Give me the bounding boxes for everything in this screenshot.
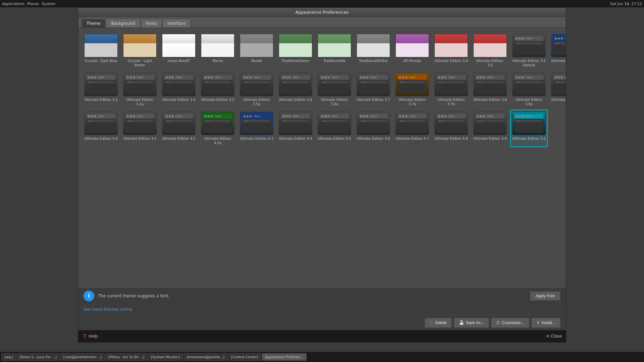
theme-item-ue46[interactable]: Open Ultimate Edition 4.6 — [355, 110, 392, 147]
theme-label-ue41: Ultimate Edition 4.1 — [123, 136, 157, 141]
taskbar-item-0[interactable]: [wip] — [1, 353, 16, 361]
delete-icon: ✕ — [430, 320, 433, 325]
theme-preview-ue49: Open — [473, 112, 507, 135]
theme-item-ue48[interactable]: Open Ultimate Edition 4.8 — [432, 110, 470, 147]
customize-icon: ⚙ — [496, 320, 500, 325]
theme-preview-ue50: Open — [512, 112, 546, 135]
theme-item-malys[interactable]: malys-RevolT — [160, 32, 198, 69]
taskbar: [wip][Robin S - Love For ...][root@JackH… — [0, 352, 644, 362]
theme-preview-trad-ok — [318, 34, 351, 57]
theme-label-ue45: Ultimate Edition 4.5 — [318, 136, 351, 141]
theme-preview-ue36a: Open — [318, 73, 351, 96]
theme-item-ue35[interactable]: Open Ultimate Edition 3.5 — [199, 71, 236, 108]
theme-item-icrystal-light[interactable]: iCrystal - Light Brown — [121, 32, 159, 69]
theme-preview-malys — [162, 34, 196, 57]
theme-label-ue38a: Ultimate Edition 3.8a — [512, 98, 546, 106]
theme-item-menta[interactable]: Menta — [199, 32, 236, 69]
theme-item-ue42a[interactable]: Open Ultimate Edition 4.2a — [199, 110, 236, 147]
theme-item-revolt[interactable]: Revolt — [238, 32, 275, 69]
close-button[interactable]: ✕ Close — [546, 334, 562, 339]
help-bar: ❓ Help ✕ Close — [78, 330, 566, 342]
tab-theme[interactable]: Theme — [82, 19, 105, 27]
help-icon: ❓ — [82, 334, 87, 339]
tab-background[interactable]: Background — [106, 19, 140, 27]
tab-interface[interactable]: Interface — [162, 19, 191, 27]
theme-item-ue39[interactable]: Open Ultimate Edition 3.9 — [549, 71, 566, 108]
appearance-preferences-window: Appearance Preferences Theme Background … — [78, 7, 566, 343]
taskbar-item-3[interactable]: [Pithos - Ich Tu Dir ...] — [105, 353, 147, 361]
system-bar-left: Applications Places System — [2, 2, 55, 6]
theme-label-icrystal-light: iCrystal - Light Brown — [123, 59, 157, 67]
info-icon: i — [84, 291, 94, 301]
places-menu[interactable]: Places — [27, 2, 39, 6]
save-as-button[interactable]: 💾 Save As... — [454, 318, 489, 328]
theme-preview-ue31: Open — [551, 34, 566, 57]
theme-item-ue41[interactable]: Open Ultimate Edition 4.1 — [121, 110, 159, 147]
theme-item-ue30[interactable]: Ultimate Edition 3.0 — [432, 32, 470, 69]
theme-label-ue37a: Ultimate Edition 3.7a — [395, 98, 429, 106]
delete-button[interactable]: ✕ Delete — [425, 318, 452, 328]
theme-label-ue30: Ultimate Edition 3.0 — [434, 59, 468, 63]
theme-preview-ue38: Open — [473, 73, 507, 96]
install-button[interactable]: ⬇ Install... — [531, 318, 560, 328]
theme-item-ue47[interactable]: Open Ultimate Edition 4.7 — [393, 110, 431, 147]
get-themes-link[interactable]: Get more themes online — [84, 307, 132, 312]
theme-item-ue37a[interactable]: Open Ultimate Edition 3.7a — [393, 71, 431, 108]
save-icon: 💾 — [459, 320, 464, 325]
clock: Sat Jun 18, 17:12 — [610, 2, 642, 6]
theme-label-icrystal-dark: iCrystal - Dark Blue — [85, 59, 117, 63]
taskbar-item-1[interactable]: [Robin S - Love For ...] — [16, 353, 59, 361]
taskbar-item-2[interactable]: [root@JackHammer:...] — [60, 353, 105, 361]
theme-item-ue38a[interactable]: Open Ultimate Edition 3.8a — [510, 71, 548, 108]
theme-preview-icrystal-dark — [84, 34, 118, 57]
theme-item-ue38[interactable]: Open Ultimate Edition 3.8 — [471, 71, 509, 108]
theme-item-icrystal-dark[interactable]: iCrystal - Dark Blue — [82, 32, 120, 69]
taskbar-item-7[interactable]: Appearance Preferen... — [262, 353, 307, 361]
theme-label-ue30-default: Ultimate Edition 3.0 Default — [512, 59, 546, 67]
theme-preview-ue34: Open — [162, 73, 196, 96]
theme-item-ue32[interactable]: Open Ultimate Edition 3.2 — [82, 71, 120, 108]
applications-menu[interactable]: Applications — [2, 2, 24, 6]
theme-item-ue36[interactable]: Open Ultimate Edition 3.6 — [277, 71, 314, 108]
taskbar-item-6[interactable]: [Control Center] — [228, 353, 261, 361]
themes-scroll-area[interactable]: iCrystal - Dark BlueiCrystal - Light Bro… — [78, 28, 566, 287]
theme-preview-ue32a: Open — [123, 73, 157, 96]
theme-item-ue32a[interactable]: Open Ultimate Edition 3.2a — [121, 71, 159, 108]
theme-item-ue30-default[interactable]: Open Ultimate Edition 3.0 Default — [510, 32, 548, 69]
theme-item-ue34[interactable]: Open Ultimate Edition 3.4 — [160, 71, 198, 108]
theme-item-trad-ok[interactable]: TraditionalOk — [316, 32, 353, 69]
taskbar-item-5[interactable]: [theemahn@JackHa...] — [184, 353, 227, 361]
theme-preview-ue30b — [473, 34, 507, 57]
theme-label-ue35a: Ultimate Edition 3.5a — [240, 98, 273, 106]
taskbar-item-4[interactable]: [System Monitor] — [148, 353, 183, 361]
theme-item-ue44[interactable]: Open Ultimate Edition 4.4 — [277, 110, 314, 147]
theme-item-ue42[interactable]: Open Ultimate Edition 4.2 — [160, 110, 198, 147]
tab-fonts[interactable]: Fonts — [141, 19, 162, 27]
install-icon: ⬇ — [536, 320, 540, 325]
theme-item-ue49[interactable]: Open Ultimate Edition 4.9 — [471, 110, 509, 147]
theme-item-ue37[interactable]: Open Ultimate Edition 3.7 — [355, 71, 392, 108]
theme-item-ue40[interactable]: Open Ultimate Edition 4.0 — [82, 110, 120, 147]
theme-item-ue-female[interactable]: UE-Female — [393, 32, 431, 69]
theme-item-trad-ok-test[interactable]: TraditionalOkTest — [355, 32, 392, 69]
theme-preview-ue43: Open — [240, 112, 273, 135]
theme-label-ue43: Ultimate Edition 4.3 — [240, 136, 273, 141]
theme-item-ue35a[interactable]: Open Ultimate Edition 3.5a — [238, 71, 275, 108]
help-button[interactable]: ❓ Help — [82, 334, 98, 339]
theme-item-trad-green[interactable]: TraditionalGreen — [277, 32, 314, 69]
theme-preview-ue45: Open — [318, 112, 351, 135]
theme-preview-ue37a: Open — [395, 73, 429, 96]
theme-item-ue36a[interactable]: Open Ultimate Edition 3.6a — [316, 71, 353, 108]
theme-item-ue30b[interactable]: Ultimate-Edition-3.0 — [471, 32, 509, 69]
theme-item-ue31[interactable]: Open Ultimate Edition 3.1 — [549, 32, 566, 69]
theme-item-ue50[interactable]: Open Ultimate Edition 5.0 — [510, 110, 548, 147]
theme-item-ue37b[interactable]: Open Ultimate Edition 3.7b — [432, 71, 470, 108]
theme-item-ue45[interactable]: Open Ultimate Edition 4.5 — [316, 110, 353, 147]
customize-button[interactable]: ⚙ Customize... — [491, 318, 529, 328]
theme-preview-ue-female — [395, 34, 429, 57]
theme-preview-revolt — [240, 34, 273, 57]
theme-label-ue40: Ultimate Edition 4.0 — [84, 136, 118, 141]
apply-font-button[interactable]: Apply Font — [530, 291, 560, 301]
system-menu[interactable]: System — [42, 2, 55, 6]
theme-item-ue43[interactable]: Open Ultimate Edition 4.3 — [238, 110, 275, 147]
